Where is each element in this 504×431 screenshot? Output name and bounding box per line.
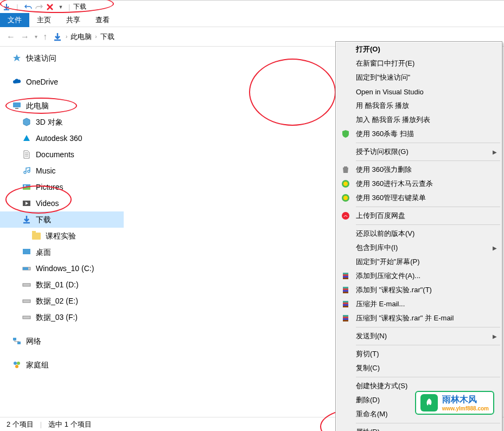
svg-rect-12 xyxy=(17,342,21,344)
ctx-properties[interactable]: 属性(R) xyxy=(336,425,501,431)
redo-icon[interactable] xyxy=(35,3,43,11)
sidebar-drive-c[interactable]: Windows_10 (C:) xyxy=(0,260,124,276)
svg-rect-9 xyxy=(23,300,30,303)
close-x-icon[interactable] xyxy=(46,3,54,11)
sidebar-videos[interactable]: Videos xyxy=(0,195,124,211)
ctx-baidu-upload[interactable]: 上传到百度网盘 xyxy=(336,209,501,223)
ctx-restore[interactable]: 还原以前的版本(V) xyxy=(336,227,501,241)
ctx-360-trojan[interactable]: 使用 360进行木马云查杀 xyxy=(336,177,501,191)
cube-icon xyxy=(22,117,31,127)
folder-icon xyxy=(31,231,41,241)
tab-home[interactable]: 主页 xyxy=(29,13,59,27)
sidebar-drive-d[interactable]: 数据_01 (D:) xyxy=(0,276,124,293)
svg-rect-10 xyxy=(23,316,30,319)
rar-icon xyxy=(340,285,352,295)
sidebar-subfolder[interactable]: 课程实验 xyxy=(0,228,124,244)
svg-rect-28 xyxy=(343,288,348,290)
sidebar-drive-f[interactable]: 数据_03 (F:) xyxy=(0,309,124,325)
sidebar-drive-e[interactable]: 数据_02 (E:) xyxy=(0,293,124,309)
cloud-icon xyxy=(12,77,22,87)
sidebar-music[interactable]: Music xyxy=(0,163,124,179)
svg-rect-0 xyxy=(13,102,21,107)
status-item-count: 2 个项目 xyxy=(7,420,34,429)
ctx-cut[interactable]: 剪切(T) xyxy=(336,347,501,361)
sidebar-network[interactable]: 网络 xyxy=(0,333,124,349)
svg-point-15 xyxy=(15,365,18,368)
divider: | xyxy=(68,3,70,11)
ctx-new-window[interactable]: 在新窗口中打开(E) xyxy=(336,56,501,70)
ctx-360-delete[interactable]: 使用 360强力删除 xyxy=(336,163,501,177)
svg-rect-29 xyxy=(343,290,348,292)
ribbon-tabs: 文件 主页 共享 查看 xyxy=(0,13,504,27)
ctx-kuwo-list[interactable]: 加入 酷我音乐 播放列表 xyxy=(336,113,501,127)
sidebar-pictures[interactable]: Pictures xyxy=(0,179,124,195)
forward-button[interactable]: → xyxy=(21,32,29,42)
360-icon xyxy=(340,193,352,203)
svg-rect-8 xyxy=(23,284,30,286)
ctx-include-library[interactable]: 包含到库中(I)▶ xyxy=(336,241,501,255)
pictures-icon xyxy=(22,182,31,192)
sidebar-downloads[interactable]: 下载 xyxy=(0,211,124,228)
svg-rect-36 xyxy=(343,317,348,318)
crumb-downloads[interactable]: 下载 xyxy=(100,32,114,42)
undo-icon[interactable] xyxy=(24,3,33,11)
svg-rect-24 xyxy=(343,274,348,276)
sidebar-desktop[interactable]: 桌面 xyxy=(0,244,124,260)
ctx-kuwo-play[interactable]: 用 酷我音乐 播放 xyxy=(336,99,501,113)
ctx-compress-rar-email[interactable]: 压缩到 "课程实验.rar" 并 E-mail xyxy=(336,311,501,325)
tab-view[interactable]: 查看 xyxy=(88,13,117,27)
svg-rect-37 xyxy=(343,318,348,320)
drive-icon xyxy=(22,280,31,290)
tab-share[interactable]: 共享 xyxy=(59,13,88,27)
svg-rect-5 xyxy=(23,249,30,254)
svg-rect-23 xyxy=(343,273,348,274)
music-icon xyxy=(22,166,31,176)
svg-rect-25 xyxy=(343,276,348,278)
drive-icon xyxy=(22,263,31,273)
crumb-this-pc[interactable]: 此电脑 xyxy=(71,32,92,42)
back-button[interactable]: ← xyxy=(7,32,15,42)
sidebar-3d-objects[interactable]: 3D 对象 xyxy=(0,114,124,130)
ctx-copy[interactable]: 复制(C) xyxy=(336,361,501,375)
ctx-send-to[interactable]: 发送到(N)▶ xyxy=(336,329,501,343)
leaf-icon xyxy=(420,394,438,411)
chevron-right-icon: ▶ xyxy=(493,333,497,339)
360-icon xyxy=(340,179,352,189)
up-button[interactable]: ↑ xyxy=(43,32,47,42)
ctx-360-scan[interactable]: 使用 360杀毒 扫描 xyxy=(336,127,501,141)
download-location-icon xyxy=(53,32,62,42)
ctx-add-archive[interactable]: 添加到压缩文件(A)... xyxy=(336,269,501,283)
ctx-pin-quick[interactable]: 固定到"快速访问" xyxy=(336,70,501,85)
desktop-icon xyxy=(22,247,31,257)
homegroup-icon xyxy=(12,360,22,370)
svg-point-14 xyxy=(17,362,20,365)
chevron-right-icon: › xyxy=(95,34,97,40)
svg-point-20 xyxy=(343,196,348,200)
sidebar-this-pc[interactable]: 此电脑 xyxy=(0,98,124,114)
ctx-compress-email[interactable]: 压缩并 E-mail... xyxy=(336,297,501,311)
ctx-open[interactable]: 打开(O) xyxy=(336,42,501,56)
svg-rect-27 xyxy=(343,287,348,288)
ctx-access[interactable]: 授予访问权限(G)▶ xyxy=(336,145,501,159)
document-icon xyxy=(22,150,31,159)
ctx-360-menu[interactable]: 使用 360管理右键菜单 xyxy=(336,191,501,205)
chevron-right-icon: ▶ xyxy=(493,245,497,251)
rar-icon xyxy=(340,313,352,323)
watermark: 雨林木风 www.ylmf888.com xyxy=(415,391,494,415)
ctx-pin-start[interactable]: 固定到"开始"屏幕(P) xyxy=(336,255,501,269)
sidebar-autodesk[interactable]: Autodesk 360 xyxy=(0,130,124,146)
svg-point-18 xyxy=(343,182,348,186)
svg-point-13 xyxy=(14,362,17,365)
sidebar-homegroup[interactable]: 家庭组 xyxy=(0,357,124,373)
history-dropdown[interactable]: ▾ xyxy=(35,34,37,40)
tab-file[interactable]: 文件 xyxy=(0,13,29,27)
sidebar-documents[interactable]: Documents xyxy=(0,146,124,163)
sidebar-quick-access[interactable]: 快速访问 xyxy=(0,50,124,66)
navigation-pane: 快速访问 OneDrive 此电脑 3D 对象 Autodesk 360 Doc… xyxy=(0,47,124,417)
rar-icon xyxy=(340,271,352,281)
chevron-right-icon: › xyxy=(66,34,67,40)
ctx-visual-studio[interactable]: Open in Visual Studio xyxy=(336,85,501,99)
sidebar-onedrive[interactable]: OneDrive xyxy=(0,74,124,90)
dropdown-icon[interactable]: ▼ xyxy=(56,3,65,11)
ctx-add-rar[interactable]: 添加到 "课程实验.rar"(T) xyxy=(336,283,501,297)
